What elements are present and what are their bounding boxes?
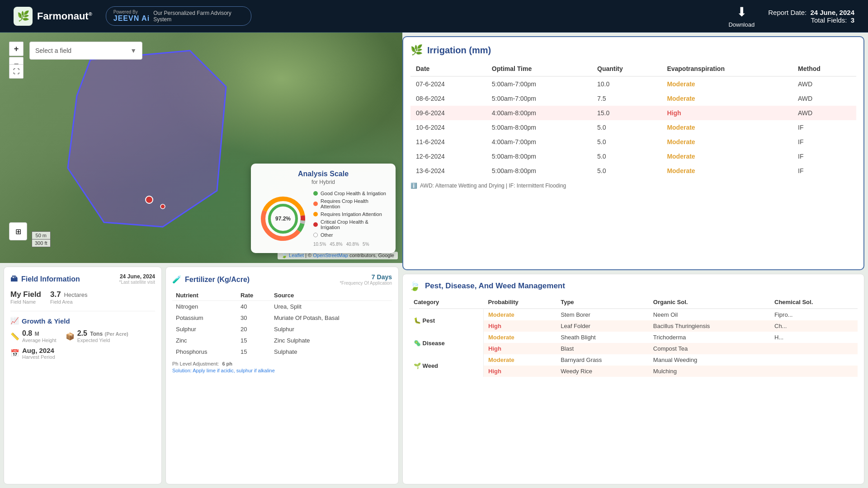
layers-button[interactable]: ⊞ [9, 222, 27, 240]
organic-cell: Neem Oil [649, 309, 770, 320]
prob-cell: Moderate [484, 332, 557, 343]
rate-cell: 15 [237, 335, 270, 346]
pest-table: Category Probability Type Organic Sol. C… [409, 296, 858, 377]
fertilizer-header-row: Nutrient Rate Source [172, 290, 392, 301]
pct-40: 40.8% [346, 242, 359, 247]
irr-date-cell: 13-6-2024 [410, 164, 486, 178]
donut-chart: 97.2% [258, 194, 308, 244]
pest-panel: 🍃 Pest, Disease, And Weed Management Cat… [402, 274, 864, 484]
pest-header: 🍃 Pest, Disease, And Weed Management [409, 281, 858, 291]
fertilizer-row: Nitrogen 40 Urea, Split [172, 301, 392, 313]
irr-method-cell: AWD [793, 76, 856, 91]
pest-title: Pest, Disease, And Weed Management [425, 282, 565, 291]
field-info-icon: 🏔 [10, 275, 18, 283]
irrigation-title: Irrigation (mm) [427, 45, 491, 56]
irr-date-cell: 07-6-2024 [410, 76, 486, 91]
irr-date-cell: 11-6-2024 [410, 135, 486, 149]
report-date-value: 24 June, 2024 [810, 9, 854, 16]
scale-info: 50 m 300 ft [32, 231, 51, 247]
organic-cell: Mulching [649, 366, 770, 377]
irr-method-header: Method [793, 61, 856, 76]
legend-other-label: Other [321, 232, 333, 238]
category-cell: 🦠 Disease [409, 332, 484, 354]
ph-value: 6 ph [222, 361, 232, 366]
irrigation-panel: 🌿 Irrigation (mm) Date Optimal Time Quan… [402, 36, 864, 270]
legend-dot-irrigation [313, 212, 318, 216]
source-header: Source [270, 290, 392, 301]
pest-cat-header: Category [409, 296, 484, 309]
fullscreen-button[interactable]: ⛶ [9, 64, 24, 79]
type-cell: Leaf Folder [556, 320, 649, 332]
pest-row: 🌱 Weed Moderate Barnyard Grass Manual We… [409, 354, 858, 366]
field-name-label: Field Name [10, 299, 41, 305]
category-cell: 🌱 Weed [409, 354, 484, 377]
report-date-line: Report Date: 24 June, 2024 [768, 9, 854, 16]
rate-header: Rate [237, 290, 270, 301]
nutrient-cell: Sulphur [172, 324, 237, 335]
irr-qty-cell: 5.0 [592, 120, 661, 135]
irr-time-header: Optimal Time [486, 61, 592, 76]
logo-reg: ® [89, 11, 92, 16]
source-cell: Urea, Split [270, 301, 392, 313]
irrigation-row: 07-6-2024 5:00am-7:00pm 10.0 Moderate AW… [410, 76, 856, 91]
header-right: ⬇ Download Report Date: 24 June, 2024 To… [728, 5, 854, 28]
fertilizer-solution: Solution: Apply lime if acidic, sulphur … [172, 368, 392, 373]
source-cell: Muriate Of Potash, Basal [270, 312, 392, 324]
nutrient-cell: Potassium [172, 312, 237, 324]
map-section: + − ⛶ Select a field ▼ ⊞ 50 m 300 ft 🍃 L… [0, 33, 402, 488]
harvest-period: 📅 Aug, 2024 Harvest Period [10, 347, 155, 360]
download-icon: ⬇ [736, 5, 747, 19]
logo-icon: 🌿 [14, 7, 33, 26]
rate-cell: 30 [237, 312, 270, 324]
prob-cell: Moderate [484, 354, 557, 366]
jeevn-logo-text: Powered By JEEVN Ai [113, 9, 150, 23]
irr-method-cell: IF [793, 120, 856, 135]
irr-method-cell: AWD [793, 91, 856, 106]
calendar-icon: 📅 [10, 349, 19, 357]
organic-cell: Bacillus Thuringiensis [649, 320, 770, 332]
logo-text: Farmonaut® [37, 10, 92, 22]
header: 🌿 Farmonaut® Powered By JEEVN Ai Our Per… [0, 0, 868, 33]
report-date-label: Report Date: [768, 9, 807, 16]
fertilizer-freq-value: 7 Days [340, 273, 392, 281]
fertilizer-row: Sulphur 20 Sulphur [172, 324, 392, 335]
chemical-cell: Ch... [770, 320, 858, 332]
prob-cell: High [484, 343, 557, 354]
zoom-in-button[interactable]: + [9, 42, 24, 56]
irr-et-cell: Moderate [661, 76, 793, 91]
type-cell: Blast [556, 343, 649, 354]
chemical-cell [770, 343, 858, 354]
growth-section: 📈 Growth & Yield 📏 0.8 M Average Hei [10, 311, 155, 360]
fertilizer-icon: 🧪 [172, 275, 181, 284]
irr-qty-cell: 5.0 [592, 164, 661, 178]
chemical-cell [770, 366, 858, 377]
legend-other: Other [313, 232, 388, 238]
legend-dot-critical [313, 222, 318, 227]
irrigation-row: 08-6-2024 5:00am-7:00pm 7.5 Moderate AWD [410, 91, 856, 106]
irrigation-tbody: 07-6-2024 5:00am-7:00pm 10.0 Moderate AW… [410, 76, 856, 178]
fertilizer-row: Phosphorus 15 Sulphate [172, 346, 392, 357]
growth-stats: 📏 0.8 M Average Height 📦 [10, 329, 155, 343]
legend-critical: Critical Crop Health & Irrigation [313, 219, 388, 230]
irrigation-header-row: Date Optimal Time Quantity Evapotranspir… [410, 61, 856, 76]
field-info-header: 🏔 Field Information 24 June, 2024 *Last … [10, 273, 155, 285]
source-cell: Sulphur [270, 324, 392, 335]
field-select-dropdown[interactable]: Select a field ▼ [29, 42, 142, 60]
jeevn-name: JEEVN Ai [113, 14, 150, 23]
download-button[interactable]: ⬇ Download [728, 5, 755, 28]
nutrient-cell: Phosphorus [172, 346, 237, 357]
leaflet-link: 🍃 Leaflet [281, 253, 304, 258]
pct-10: 10.5% [313, 242, 326, 247]
irrigation-row: 12-6-2024 5:00am-8:00pm 5.0 Moderate IF [410, 149, 856, 164]
info-icon: ℹ️ [410, 183, 417, 189]
legend-dot-other [313, 233, 318, 237]
fertilizer-table: Nutrient Rate Source Nitrogen 40 Urea, S… [172, 290, 392, 357]
avg-height-value: 0.8 M [22, 329, 57, 338]
expected-yield-stat: 📦 2.5 Tons (Per Acre) Expected Yield [66, 329, 128, 343]
percent-97: 97.2% [275, 216, 291, 222]
irr-et-cell: Moderate [661, 164, 793, 178]
pest-row: 🦠 Disease Moderate Sheath Blight Trichod… [409, 332, 858, 343]
pct-45: 45.8% [330, 242, 342, 247]
irr-time-cell: 5:00am-8:00pm [486, 164, 592, 178]
field-area-unit: Hectares [64, 291, 87, 298]
